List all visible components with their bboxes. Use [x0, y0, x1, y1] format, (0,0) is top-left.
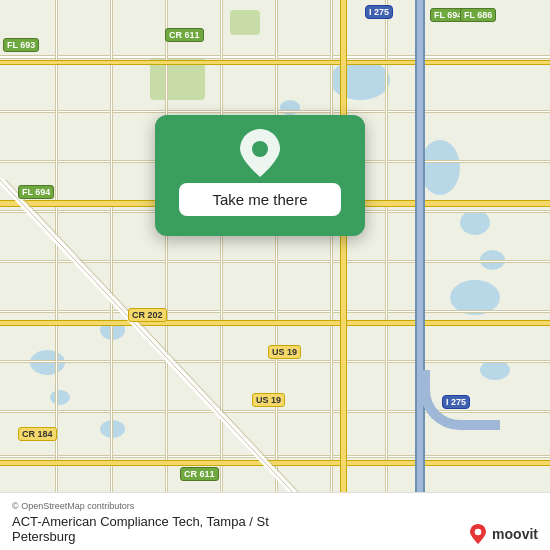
- road: [385, 0, 388, 550]
- road-label-fl693: FL 693: [3, 38, 39, 52]
- water-body: [330, 60, 390, 100]
- water-body: [460, 210, 490, 235]
- map-container: CR 611 FL 694 FL 694 FL 686 I 275 CR 202…: [0, 0, 550, 550]
- location-name: ACT-American Compliance Tech, Tampa / St…: [12, 514, 269, 544]
- location-info: ACT-American Compliance Tech, Tampa / St…: [12, 514, 538, 544]
- park-area: [230, 10, 260, 35]
- highway-road: [0, 460, 550, 466]
- road-label-cr611-bottom: CR 611: [180, 467, 219, 481]
- road: [165, 0, 168, 550]
- road-label-i275-bottom: I 275: [442, 395, 470, 409]
- svg-point-3: [252, 141, 268, 157]
- moovit-pin-icon: [468, 524, 488, 544]
- moovit-text: moovit: [492, 526, 538, 542]
- road: [55, 0, 58, 550]
- water-body: [420, 140, 460, 195]
- road-label-us19-1: US 19: [268, 345, 301, 359]
- location-name-line1: ACT-American Compliance Tech, Tampa / St: [12, 514, 269, 529]
- attribution-text: © OpenStreetMap contributors: [12, 501, 538, 511]
- highway-road: [0, 60, 550, 65]
- location-pin: [238, 131, 282, 175]
- highway-road: [340, 0, 347, 550]
- bottom-bar: © OpenStreetMap contributors ACT-America…: [0, 492, 550, 550]
- interstate-road: [415, 0, 425, 550]
- road-label-cr184: CR 184: [18, 427, 57, 441]
- tooltip-card: Take me there: [155, 115, 365, 236]
- road-label-cr202: CR 202: [128, 308, 167, 322]
- road: [275, 0, 278, 550]
- location-name-line2: Petersburg: [12, 529, 76, 544]
- road: [110, 0, 113, 550]
- highway-road: [0, 320, 550, 326]
- road-label-fl686: FL 686: [460, 8, 496, 22]
- svg-point-4: [475, 529, 482, 536]
- road-label-i275-top: I 275: [365, 5, 393, 19]
- road-label-fl694: FL 694: [18, 185, 54, 199]
- road: [330, 0, 333, 550]
- road-label-us19-2: US 19: [252, 393, 285, 407]
- take-me-there-button[interactable]: Take me there: [179, 183, 341, 216]
- moovit-logo: moovit: [468, 524, 538, 544]
- road-label-cr611-top: CR 611: [165, 28, 204, 42]
- road: [220, 0, 223, 550]
- water-body: [50, 390, 70, 405]
